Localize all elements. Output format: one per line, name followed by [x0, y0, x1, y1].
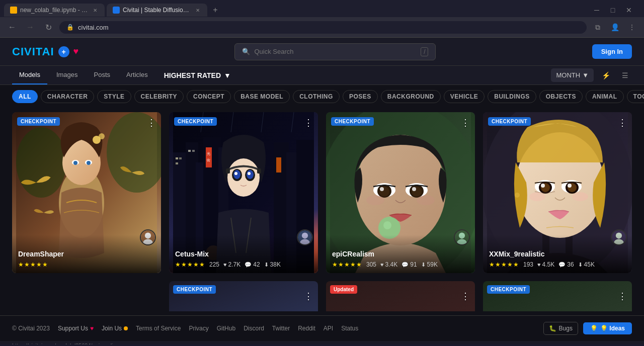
- footer-link-twitter[interactable]: Twitter: [272, 325, 290, 332]
- support-us-label: Support Us: [58, 325, 88, 332]
- footer-join-us[interactable]: Join Us: [102, 325, 128, 332]
- logo-heart-icon[interactable]: ♥: [73, 46, 79, 57]
- footer-link-github[interactable]: GitHub: [217, 325, 235, 332]
- bugs-button[interactable]: 🐛 Bugs: [543, 322, 578, 335]
- layout-button[interactable]: ☰: [618, 68, 632, 82]
- cat-clothing[interactable]: CLOTHING: [293, 90, 340, 103]
- new-tab-button[interactable]: +: [209, 4, 221, 16]
- app-header: CIVITAI + ♥ 🔍 / Sign In: [0, 38, 644, 66]
- tab-title-colab: new_colab_file.ipynb - Colabora...: [20, 7, 89, 14]
- card-menu-bottom-1[interactable]: ⋮: [304, 291, 313, 302]
- cat-objects[interactable]: OBJECTS: [539, 90, 583, 103]
- tab-models[interactable]: Models: [12, 66, 47, 84]
- footer-right: 🐛 Bugs 💡 💡 Ideas: [543, 322, 632, 335]
- model-card-bottom-1[interactable]: CHECKPOINT ⋮: [169, 281, 318, 311]
- svg-point-61: [383, 221, 391, 229]
- footer-link-privacy[interactable]: Privacy: [189, 325, 208, 332]
- cat-all[interactable]: ALL: [12, 90, 38, 103]
- model-card-dreamshaper[interactable]: CHECKPOINT ⋮: [12, 112, 161, 273]
- cat-concept[interactable]: CONCEPT: [187, 90, 231, 103]
- cat-animal[interactable]: ANIMAL: [586, 90, 624, 103]
- likes-cetus: ♥ 2.7K: [223, 261, 240, 268]
- rating-count-epic: 305: [366, 261, 376, 268]
- extensions-button[interactable]: ⧉: [591, 20, 605, 34]
- tab-close-colab[interactable]: ✕: [92, 7, 99, 14]
- model-card-epic[interactable]: CHECKPOINT ⋮: [326, 112, 475, 273]
- sign-in-button[interactable]: Sign In: [592, 44, 632, 59]
- svg-rect-22: [206, 147, 212, 167]
- stars-dreamshaper: ★★★★★: [18, 261, 48, 268]
- card-footer-dreamshaper: DreamShaper ★★★★★: [12, 235, 161, 273]
- cat-base-model[interactable]: BASE MODEL: [234, 90, 290, 103]
- cat-buildings[interactable]: BUILDINGS: [488, 90, 536, 103]
- svg-rect-30: [192, 150, 195, 152]
- cat-tool[interactable]: TOOL: [627, 90, 644, 103]
- profile-button[interactable]: 👤: [608, 20, 622, 34]
- footer-support-us[interactable]: Support Us ♥: [58, 325, 94, 332]
- card-menu-dreamshaper[interactable]: ⋮: [147, 117, 156, 128]
- model-grid: CHECKPOINT ⋮: [0, 108, 644, 277]
- card-menu-bottom-3[interactable]: ⋮: [618, 291, 627, 302]
- search-input[interactable]: [254, 48, 417, 55]
- comment-icon-xxmix: 💬: [558, 262, 566, 268]
- card-stats-dreamshaper: ★★★★★: [18, 261, 155, 268]
- cat-character[interactable]: CHARACTER: [41, 90, 95, 103]
- stars-cetus: ★★★★★: [175, 261, 205, 268]
- ideas-label: 💡 Ideas: [600, 325, 625, 332]
- footer-link-reddit[interactable]: Reddit: [298, 325, 315, 332]
- cat-celebrity[interactable]: CELEBRITY: [134, 90, 184, 103]
- filter-button[interactable]: ⚡: [599, 68, 613, 82]
- ideas-button[interactable]: 💡 💡 Ideas: [583, 322, 632, 334]
- svg-point-80: [529, 192, 545, 201]
- heart-icon-footer: ♥: [90, 325, 94, 332]
- minimize-button[interactable]: ─: [590, 3, 604, 17]
- lock-icon: 🔒: [66, 24, 74, 31]
- back-button[interactable]: ←: [5, 20, 19, 34]
- model-card-xxmix[interactable]: CHECKPOINT ⋮: [483, 112, 632, 273]
- model-card-bottom-2[interactable]: Updated CHECKPOINT ⋮: [326, 281, 475, 311]
- search-bar[interactable]: 🔍 /: [234, 43, 436, 60]
- footer-link-status[interactable]: Status: [341, 325, 358, 332]
- footer-link-api[interactable]: API: [324, 325, 333, 332]
- menu-button[interactable]: ⋮: [625, 20, 639, 34]
- stars-xxmix: ★★★★★: [489, 261, 519, 268]
- model-card-cetus[interactable]: CHECKPOINT ⋮: [169, 112, 318, 273]
- logo[interactable]: CIVITAI + ♥: [12, 45, 78, 58]
- checkpoint-badge-bottom-3: CHECKPOINT: [487, 285, 530, 294]
- model-card-bottom-3[interactable]: CHECKPOINT ⋮: [483, 281, 632, 311]
- highest-rated-sort[interactable]: HIGHEST RATED ▼: [157, 66, 238, 84]
- tab-articles[interactable]: Articles: [119, 66, 155, 84]
- downloads-xxmix: ⬇ 45K: [578, 261, 595, 268]
- card-menu-epic[interactable]: ⋮: [461, 117, 470, 128]
- forward-button[interactable]: →: [23, 20, 37, 34]
- close-window-button[interactable]: ✕: [622, 3, 636, 17]
- footer-link-discord[interactable]: Discord: [244, 325, 264, 332]
- svg-point-79: [568, 184, 572, 188]
- period-selector[interactable]: MONTH ▼: [551, 68, 594, 82]
- address-bar[interactable]: 🔒 civitai.com: [59, 21, 587, 34]
- cat-style[interactable]: STYLE: [97, 90, 131, 103]
- cat-background[interactable]: BACKGROUND: [381, 90, 441, 103]
- maximize-button[interactable]: □: [606, 3, 620, 17]
- refresh-button[interactable]: ↻: [41, 20, 55, 34]
- cat-poses[interactable]: POSES: [343, 90, 378, 103]
- comments-xxmix: 💬 36: [558, 261, 574, 268]
- card-menu-bottom-2[interactable]: ⋮: [461, 291, 470, 302]
- downloads-cetus: ⬇ 38K: [264, 261, 281, 268]
- logo-plus-button[interactable]: +: [58, 46, 69, 57]
- card-title-xxmix: XXMix_9realistic: [489, 250, 626, 258]
- tab-close-civitai[interactable]: ✕: [194, 7, 201, 14]
- svg-point-75: [541, 184, 545, 188]
- svg-rect-28: [176, 162, 178, 164]
- search-icon: 🔍: [242, 48, 250, 55]
- tab-civitai[interactable]: Civitai | Stable Diffusion models... ✕: [107, 4, 207, 17]
- footer-link-tos[interactable]: Terms of Service: [136, 325, 181, 332]
- card-menu-cetus[interactable]: ⋮: [304, 117, 313, 128]
- bug-icon: 🐛: [549, 325, 556, 332]
- tab-posts[interactable]: Posts: [87, 66, 118, 84]
- tab-images[interactable]: Images: [49, 66, 85, 84]
- card-menu-xxmix[interactable]: ⋮: [618, 117, 627, 128]
- tab-colab[interactable]: new_colab_file.ipynb - Colabora... ✕: [4, 4, 105, 17]
- nav-tabs: Models Images Posts Articles HIGHEST RAT…: [0, 66, 644, 85]
- cat-vehicle[interactable]: VEHICLE: [444, 90, 485, 103]
